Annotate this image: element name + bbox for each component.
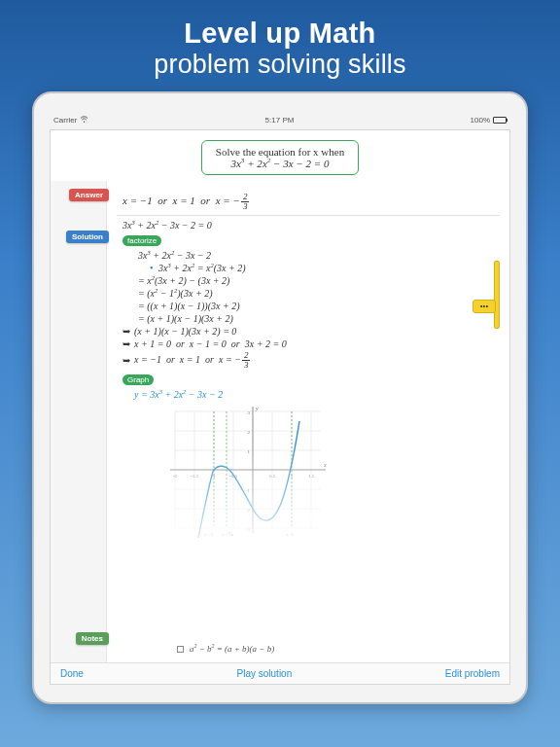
dots-icon: ••• bbox=[480, 302, 488, 311]
hero-title: Level up Math bbox=[154, 18, 406, 50]
hint-button[interactable]: ••• bbox=[472, 300, 496, 313]
problem-equation: 3x3 + 2x2 − 3x − 2 = 0 bbox=[216, 158, 344, 169]
battery-icon bbox=[493, 117, 507, 124]
hero-subtitle: problem solving skills bbox=[154, 50, 406, 80]
svg-text:x=1: x=1 bbox=[286, 532, 294, 537]
factor-steps: 3x3 + 2x2 − 3x − 2 • 3x3 + 2x2 = x2(3x +… bbox=[138, 250, 500, 324]
arrow-icon: ➥ bbox=[122, 326, 130, 337]
clock: 5:17 PM bbox=[265, 116, 295, 124]
bottom-toolbar: Done Play solution Edit problem bbox=[51, 662, 509, 684]
edit-problem-button[interactable]: Edit problem bbox=[445, 668, 500, 679]
solution-pane[interactable]: x = −1 or x = 1 or x = −23 3x3 + 2x2 − 3… bbox=[107, 181, 509, 662]
step-ruler[interactable] bbox=[494, 261, 500, 329]
solution-badge[interactable]: Solution bbox=[66, 231, 109, 243]
implication-1: ➥(x + 1)(x − 1)(3x + 2) = 0 bbox=[122, 326, 500, 337]
answer-line: x = −1 or x = 1 or x = −23 bbox=[122, 193, 500, 211]
wifi-icon bbox=[80, 115, 88, 125]
function-graph: x y -2-1.5-1 -0.50.51 1.5 321 -1-2-3 bbox=[165, 402, 331, 538]
graph-tag[interactable]: Graph bbox=[122, 374, 154, 385]
implication-3: ➥x = −1 or x = 1 or x = −23 bbox=[122, 351, 500, 370]
app-canvas: Solve the equation for x when 3x3 + 2x2 … bbox=[50, 129, 510, 685]
problem-box: Solve the equation for x when 3x3 + 2x2 … bbox=[201, 140, 359, 175]
svg-text:-1.5: -1.5 bbox=[191, 474, 198, 479]
arrow-icon: ➥ bbox=[122, 355, 130, 366]
svg-text:-2: -2 bbox=[246, 508, 251, 513]
status-bar: Carrier 5:17 PM 100% bbox=[50, 115, 510, 129]
battery-pct: 100% bbox=[471, 116, 490, 124]
graph-function: y = 3x3 + 2x2 − 3x − 2 bbox=[134, 389, 500, 400]
svg-text:0.5: 0.5 bbox=[269, 474, 276, 479]
svg-text:-1: -1 bbox=[246, 488, 251, 493]
solution-start: 3x3 + 2x2 − 3x − 2 = 0 bbox=[122, 220, 500, 231]
svg-text:-2: -2 bbox=[173, 474, 178, 479]
arrow-icon: ➥ bbox=[122, 338, 130, 349]
answer-badge[interactable]: Answer bbox=[69, 189, 109, 201]
svg-text:1.5: 1.5 bbox=[308, 474, 315, 479]
notes-row: a2 − b2 = (a + b)(a − b) bbox=[107, 635, 509, 662]
svg-text:x=-1: x=-1 bbox=[204, 532, 214, 537]
note-checkbox[interactable] bbox=[177, 646, 184, 653]
factorize-tag[interactable]: factorize bbox=[122, 235, 161, 246]
note-identity: a2 − b2 = (a + b)(a − b) bbox=[190, 644, 274, 654]
svg-text:y: y bbox=[255, 406, 259, 411]
implication-2: ➥x + 1 = 0 or x − 1 = 0 or 3x + 2 = 0 bbox=[122, 338, 500, 349]
carrier-label: Carrier bbox=[53, 116, 77, 124]
play-solution-button[interactable]: Play solution bbox=[237, 668, 293, 679]
section-rail: Answer Solution Notes bbox=[51, 181, 107, 662]
svg-text:x: x bbox=[323, 462, 327, 468]
svg-text:-3: -3 bbox=[246, 527, 251, 532]
problem-prompt: Solve the equation for x when bbox=[216, 146, 344, 158]
notes-badge[interactable]: Notes bbox=[76, 632, 109, 645]
ipad-frame: Carrier 5:17 PM 100% Solve the equation … bbox=[32, 91, 528, 704]
done-button[interactable]: Done bbox=[60, 668, 84, 679]
svg-text:x=-⅔: x=-⅔ bbox=[222, 532, 233, 537]
